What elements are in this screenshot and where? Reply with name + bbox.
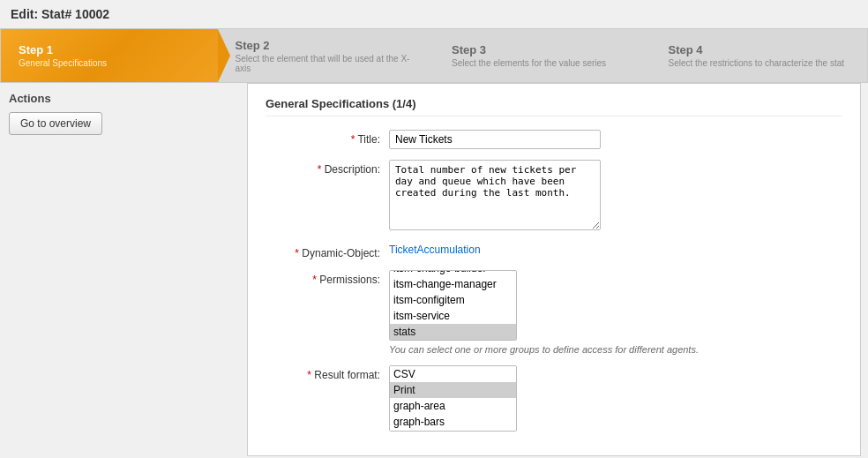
step-3[interactable]: Step 3 Select the elements for the value… — [434, 29, 651, 82]
page-wrapper: Edit: Stat# 10002 Step 1 General Specifi… — [0, 0, 868, 458]
description-label: * Description: — [266, 160, 389, 176]
step-3-desc: Select the elements for the value series — [452, 58, 638, 68]
permissions-option[interactable]: itsm-configitem — [390, 292, 516, 308]
permissions-option[interactable]: itsm-service — [390, 308, 516, 324]
step-2-number: Step 2 — [236, 39, 422, 52]
step-1[interactable]: Step 1 General Specifications — [1, 29, 218, 82]
result-format-control-wrap: CSV Print graph-area graph-bars graph-hb… — [389, 365, 842, 432]
permissions-required-star: * — [312, 274, 319, 286]
step-4[interactable]: Step 4 Select the restrictions to charac… — [651, 29, 868, 82]
result-option-csv[interactable]: CSV — [390, 366, 516, 382]
result-format-row: * Result format: CSV Print graph-area gr… — [266, 365, 842, 432]
title-control-wrap — [389, 130, 842, 149]
description-row: * Description: Total number of new ticke… — [266, 160, 842, 233]
result-format-label: * Result format: — [266, 365, 389, 381]
title-label: * Title: — [266, 130, 389, 146]
description-control-wrap: Total number of new tickets per day and … — [389, 160, 842, 233]
page-header: Edit: Stat# 10002 — [0, 0, 868, 28]
step-4-number: Step 4 — [669, 43, 855, 56]
form-panel-title: General Specifications (1/4) — [266, 97, 842, 116]
permissions-control-wrap: itsm-change-builder itsm-change-manager … — [389, 270, 842, 355]
permissions-label: * Permissions: — [266, 270, 389, 286]
permissions-option[interactable]: itsm-change-builder — [390, 270, 516, 276]
permissions-row: * Permissions: itsm-change-builder itsm-… — [266, 270, 842, 355]
title-required-star: * — [351, 133, 358, 146]
dynamic-required-star: * — [295, 247, 302, 259]
result-option-print[interactable]: Print — [390, 382, 516, 398]
permissions-option-stats[interactable]: stats — [390, 324, 516, 340]
step-2-desc: Select the element that will be used at … — [236, 54, 422, 73]
permissions-select[interactable]: itsm-change-builder itsm-change-manager … — [389, 270, 517, 341]
result-format-select[interactable]: CSV Print graph-area graph-bars graph-hb… — [389, 365, 517, 432]
dynamic-object-control-wrap: TicketAccumulation — [389, 244, 842, 256]
title-row: * Title: — [266, 130, 842, 149]
step-4-desc: Select the restrictions to characterize … — [669, 58, 855, 68]
sidebar-title: Actions — [9, 92, 238, 105]
result-option-graph-hbars[interactable]: graph-hbars — [390, 430, 516, 432]
dynamic-object-link[interactable]: TicketAccumulation — [389, 244, 481, 256]
steps-bar: Step 1 General Specifications Step 2 Sel… — [0, 28, 868, 83]
form-panel: General Specifications (1/4) * Title: * … — [247, 83, 861, 456]
title-input[interactable] — [389, 130, 601, 149]
description-textarea[interactable]: Total number of new tickets per day and … — [389, 160, 601, 230]
result-option-graph-bars[interactable]: graph-bars — [390, 414, 516, 430]
step-1-desc: General Specifications — [19, 58, 205, 68]
description-required-star: * — [318, 163, 325, 176]
page-title: Edit: Stat# 10002 — [11, 7, 109, 21]
dynamic-object-label: * Dynamic-Object: — [266, 244, 389, 259]
permissions-note: You can select one or more groups to def… — [389, 344, 842, 355]
result-required-star: * — [307, 369, 314, 381]
dynamic-object-row: * Dynamic-Object: TicketAccumulation — [266, 244, 842, 259]
step-1-number: Step 1 — [19, 43, 205, 56]
permissions-option[interactable]: itsm-change-manager — [390, 276, 516, 292]
go-to-overview-button[interactable]: Go to overview — [9, 112, 102, 135]
main-content: Actions Go to overview General Specifica… — [0, 83, 868, 458]
sidebar: Actions Go to overview — [0, 83, 247, 458]
result-option-graph-area[interactable]: graph-area — [390, 398, 516, 414]
step-2[interactable]: Step 2 Select the element that will be u… — [218, 29, 435, 82]
step-3-number: Step 3 — [452, 43, 638, 56]
